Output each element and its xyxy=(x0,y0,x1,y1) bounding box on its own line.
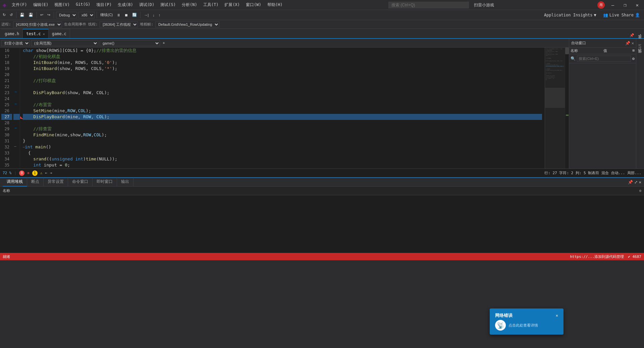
far-right-tabs: Git 更改 属性 xyxy=(636,39,644,168)
platform-dropdown[interactable]: x86 xyxy=(78,12,95,18)
bottom-tab-immediate[interactable]: 即时窗口 xyxy=(93,178,117,187)
zoom-level: 72 % xyxy=(3,171,12,175)
step-into-btn[interactable]: ↓ xyxy=(151,12,156,18)
tab-game-h[interactable]: game.h xyxy=(1,29,23,38)
bottom-panel-pin-btn[interactable]: 📌 xyxy=(628,180,633,185)
bottom-tab-output[interactable]: 输出 xyxy=(117,178,133,187)
local-label: 局部... xyxy=(627,171,641,175)
ln-26: 26 xyxy=(1,108,12,114)
stop-btn[interactable]: ⏹ xyxy=(123,12,129,18)
callstack-dropdown[interactable]: Default.GridView1_RowUpdating xyxy=(155,21,219,27)
step-over-btn[interactable]: →| xyxy=(143,12,150,18)
toast-close-btn[interactable]: ✕ xyxy=(556,313,558,318)
toolbar-redo-btn[interactable]: ↪ xyxy=(46,12,52,18)
menu-debug[interactable]: 调试(D) xyxy=(137,1,157,9)
far-right-tab-properties[interactable]: 属性 xyxy=(636,53,644,59)
call-stack-settings-btn[interactable]: ⚙ xyxy=(639,189,641,193)
thread-dropdown[interactable]: [36364] 工作线程 xyxy=(100,21,138,27)
code-editor[interactable]: 16 17 18 19 20 21 22 23 24 25 26 27 28 2… xyxy=(0,48,569,168)
editor-status-bar: 72 % | 0 ⊗ 1 ⚠ ← → 行: 27 字符: 2 列: 5 制表符 … xyxy=(0,168,644,177)
menu-analyze[interactable]: 分析(N) xyxy=(179,1,200,9)
live-share-btn[interactable]: 👥 Live Share 👤 xyxy=(600,11,643,19)
bottom-panel-content xyxy=(0,195,644,253)
function-scope-dropdown[interactable]: game() xyxy=(100,40,160,46)
application-insights-btn[interactable]: Application Insights ▼ xyxy=(541,11,599,19)
bottom-tab-exceptions[interactable]: 异常设置 xyxy=(44,178,68,187)
ln-30: 30 xyxy=(1,132,12,138)
menu-tools[interactable]: 工具(T) xyxy=(201,1,221,9)
bottom-panel-close-btn[interactable]: ✕ xyxy=(639,180,641,185)
code-line-29: //排查雷 xyxy=(23,126,542,132)
menu-edit[interactable]: 编辑(E) xyxy=(31,1,51,9)
right-panel-close-btn[interactable]: ✕ xyxy=(632,41,634,46)
restart-btn[interactable]: 🔄 xyxy=(131,12,138,18)
tab-bar: game.h test.c ✕ game.c 📌 ⤢ xyxy=(0,29,644,39)
scroll-thumb[interactable] xyxy=(565,48,569,54)
code-line-35: int input = 0; xyxy=(23,162,542,168)
svg-line-0 xyxy=(20,80,23,119)
code-content[interactable]: char show[ROWS][COLS] = {0};//排查出的雷的信息 /… xyxy=(20,48,545,168)
restore-button[interactable]: ❐ xyxy=(621,1,629,9)
ln-22: 22 xyxy=(1,84,12,90)
tab-info: 制表符 xyxy=(588,171,599,175)
menu-test[interactable]: 测试(S) xyxy=(158,1,178,9)
scope-add-btn[interactable]: + xyxy=(161,40,166,46)
process-dropdown[interactable]: [41800] 扫雷小游戏.exe xyxy=(13,21,62,27)
toolbar-undo-btn[interactable]: ↩ xyxy=(39,12,45,18)
right-panel-search-input[interactable] xyxy=(577,56,631,62)
bottom-tab-breakpoints[interactable]: 断点 xyxy=(27,178,44,187)
vs-logo: ◆ xyxy=(3,1,6,8)
tab-test-c[interactable]: test.c ✕ xyxy=(23,29,48,38)
file-scope-dropdown[interactable]: 扫雷小游戏 xyxy=(1,40,30,46)
toolbar-sep-3 xyxy=(54,12,54,18)
menu-extensions[interactable]: 扩展(X) xyxy=(222,1,243,9)
warning-badge[interactable]: 1 xyxy=(32,170,38,176)
status-text: 就绪 xyxy=(3,254,10,259)
pause-btn[interactable]: ⏸ xyxy=(115,12,122,18)
toolbar-save-btn[interactable]: 💾 xyxy=(18,12,26,18)
nav-forward-btn[interactable]: → xyxy=(50,171,52,175)
far-right-tab-git[interactable]: Git 更改 xyxy=(636,39,644,53)
ln-21: 21 xyxy=(1,78,12,84)
ln-18: 18 xyxy=(1,60,12,66)
menu-git[interactable]: Git(G) xyxy=(73,1,93,9)
nav-back-btn[interactable]: ← xyxy=(45,171,47,175)
close-button[interactable]: ✕ xyxy=(633,1,641,9)
menu-help[interactable]: 帮助(H) xyxy=(265,1,285,9)
bottom-tab-command[interactable]: 命令窗口 xyxy=(68,178,93,187)
search-settings-icon[interactable]: ⚙ xyxy=(632,56,635,61)
bottom-panel-float-btn[interactable]: ⤢ xyxy=(634,180,638,185)
toolbar: ↻ ↺ 💾 💾 ↩ ↪ Debug x86 继续(C) ⏸ ⏹ 🔄 →| ↓ ↑… xyxy=(0,10,644,20)
tab-bar-expand-btn[interactable]: ⤢ xyxy=(637,32,643,38)
error-badge[interactable]: 0 xyxy=(19,170,24,176)
right-panel-search: 🔍 ⚙ xyxy=(569,54,636,63)
debug-config-dropdown[interactable]: Debug xyxy=(56,12,77,18)
title-search-input[interactable] xyxy=(388,2,469,8)
menu-project[interactable]: 项目(P) xyxy=(94,1,114,9)
step-out-btn[interactable]: ↑ xyxy=(157,12,162,18)
tab-bar-pin-btn[interactable]: 📌 xyxy=(628,32,636,38)
tab-game-c[interactable]: game.c xyxy=(49,29,70,38)
menu-window[interactable]: 窗口(W) xyxy=(243,1,264,9)
right-panel-sort-btn[interactable]: ⊞ xyxy=(632,48,635,53)
error-icon: ⊗ xyxy=(27,171,30,175)
right-panel-pin-btn[interactable]: 📌 xyxy=(625,41,630,46)
code-line-19: InitBoard(show, ROWS, COLS,'*'); xyxy=(23,66,542,72)
vertical-scrollbar[interactable] xyxy=(565,48,569,168)
bottom-tab-callstack[interactable]: 调用堆栈 xyxy=(3,178,27,187)
menu-build[interactable]: 生成(B) xyxy=(115,1,136,9)
scope-dropdown[interactable]: (全局范围) xyxy=(31,40,98,46)
tab-close-test-c[interactable]: ✕ xyxy=(43,32,45,36)
menu-file[interactable]: 文件(F) xyxy=(9,1,30,9)
toolbar-save-all-btn[interactable]: 💾 xyxy=(27,12,35,18)
toolbar-back-btn[interactable]: ↻ xyxy=(1,12,7,18)
toast-body[interactable]: 点击此处查看详情 xyxy=(508,323,538,328)
scope-bar: 扫雷小游戏 (全局范围) game() + xyxy=(0,39,569,48)
menu-view[interactable]: 视图(V) xyxy=(52,1,72,9)
row-info: 行: 27 xyxy=(544,171,557,175)
continue-btn[interactable]: 继续(C) xyxy=(99,12,114,18)
minimize-button[interactable]: — xyxy=(609,1,617,9)
menu-bar: 文件(F) 编辑(E) 视图(V) Git(G) 项目(P) 生成(B) 调试(… xyxy=(9,1,285,9)
code-line-22 xyxy=(23,84,542,90)
toolbar-forward-btn[interactable]: ↺ xyxy=(8,12,14,18)
